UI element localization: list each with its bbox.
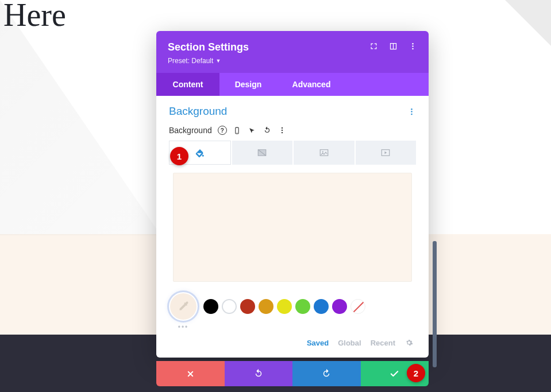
tab-content[interactable]: Content [156, 73, 219, 96]
redo-button[interactable] [292, 361, 361, 386]
layout-icon[interactable] [388, 41, 398, 51]
svg-point-13 [322, 151, 323, 152]
background-field-row: Background ? [169, 126, 416, 135]
page-heading: Here [3, 0, 66, 33]
panel-content: Background Background ? [156, 96, 429, 347]
palette-tabs: Saved Global Recent [169, 338, 414, 347]
swatch-red[interactable] [240, 299, 255, 314]
svg-point-2 [412, 48, 414, 49]
modal-footer [156, 361, 429, 386]
annotation-marker-2: 2 [407, 364, 425, 382]
hover-icon[interactable] [248, 126, 257, 135]
annotation-marker-1: 1 [170, 147, 188, 165]
swatch-black[interactable] [203, 299, 218, 314]
svg-point-1 [412, 45, 414, 47]
svg-point-0 [412, 42, 414, 44]
section-settings-modal: Section Settings Preset: Default ▼ Conte… [156, 31, 429, 358]
scrollbar[interactable] [433, 241, 437, 367]
preset-label: Preset: Default [168, 57, 213, 65]
modal-header: Section Settings Preset: Default ▼ [156, 31, 429, 73]
field-label: Background [169, 126, 212, 135]
bg-tab-image[interactable] [294, 141, 355, 165]
cancel-button[interactable] [156, 361, 225, 386]
palette-settings-icon[interactable] [404, 338, 414, 347]
undo-button[interactable] [225, 361, 293, 386]
svg-point-8 [282, 127, 283, 129]
palette-tab-global[interactable]: Global [338, 339, 361, 347]
swatch-blue[interactable] [314, 299, 329, 314]
palette-tab-saved[interactable]: Saved [307, 339, 329, 347]
swatch-white[interactable] [222, 299, 237, 314]
bg-tab-gradient[interactable] [232, 141, 293, 165]
help-icon[interactable]: ? [218, 126, 227, 135]
section-title[interactable]: Background [169, 105, 227, 118]
page-decor-top-right [505, 0, 551, 46]
svg-point-9 [282, 130, 283, 131]
swatch-none[interactable] [350, 299, 365, 314]
svg-point-3 [411, 108, 413, 110]
svg-point-11 [202, 155, 204, 157]
page-decor-left [0, 0, 161, 235]
reset-icon[interactable] [263, 126, 272, 135]
expand-icon[interactable] [369, 41, 378, 51]
color-swatch-row [169, 292, 416, 321]
bg-tab-video[interactable] [356, 141, 417, 165]
tab-advanced[interactable]: Advanced [277, 73, 346, 96]
swatch-purple[interactable] [332, 299, 347, 314]
background-type-tabs [169, 141, 416, 165]
kebab-icon[interactable] [408, 41, 417, 51]
preset-selector[interactable]: Preset: Default ▼ [168, 57, 249, 65]
swatch-orange[interactable] [259, 299, 273, 314]
svg-point-10 [282, 132, 283, 133]
swatch-yellow[interactable] [277, 299, 292, 314]
device-icon[interactable] [233, 126, 242, 135]
swatch-more-icon[interactable]: ••• [169, 323, 198, 331]
color-picker-button[interactable] [169, 292, 198, 321]
modal-title: Section Settings [168, 41, 249, 53]
palette-tab-recent[interactable]: Recent [371, 339, 395, 347]
field-kebab-icon[interactable] [278, 126, 287, 135]
svg-point-5 [411, 113, 413, 115]
background-preview[interactable] [173, 173, 412, 282]
caret-down-icon: ▼ [215, 58, 221, 64]
swatch-green[interactable] [295, 299, 310, 314]
svg-point-7 [237, 132, 237, 133]
svg-point-4 [411, 111, 413, 112]
tab-design[interactable]: Design [219, 73, 277, 96]
modal-tabs: Content Design Advanced [156, 73, 429, 96]
section-kebab-icon[interactable] [407, 107, 416, 116]
